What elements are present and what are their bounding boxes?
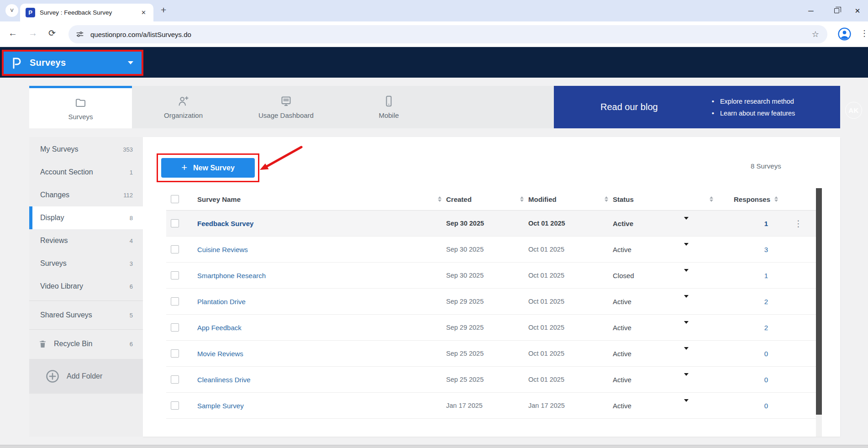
table-row[interactable]: Plantation Drive Sep 29 2025 Oct 01 2025… xyxy=(166,289,816,315)
table-row[interactable]: Feedback Survey Sep 30 2025 Oct 01 2025 … xyxy=(166,211,816,237)
sort-icon[interactable] xyxy=(438,196,442,202)
responses-count-link[interactable]: 0 xyxy=(764,350,768,358)
row-checkbox[interactable] xyxy=(171,349,179,358)
survey-name-link[interactable]: Cleanliness Drive xyxy=(197,376,251,384)
row-checkbox[interactable] xyxy=(171,375,179,384)
status-dropdown-caret-icon[interactable] xyxy=(684,324,689,332)
add-folder-button[interactable]: Add Folder xyxy=(29,359,143,394)
survey-name-link[interactable]: Sample Survey xyxy=(197,402,244,410)
created-date: Sep 30 2025 xyxy=(446,272,484,279)
status-dropdown-caret-icon[interactable] xyxy=(684,246,689,253)
bookmark-star-icon[interactable]: ☆ xyxy=(812,29,819,39)
modified-date: Oct 01 2025 xyxy=(528,376,564,383)
window-restore-button[interactable] xyxy=(826,0,847,21)
avatar[interactable]: AK xyxy=(845,102,862,119)
window-minimize-button[interactable]: ─ xyxy=(800,0,821,21)
table-row[interactable]: Cleanliness Drive Sep 25 2025 Oct 01 202… xyxy=(166,367,816,393)
row-checkbox[interactable] xyxy=(171,297,179,306)
responses-count-link[interactable]: 3 xyxy=(764,246,768,253)
sort-icon[interactable] xyxy=(774,196,778,202)
responses-count-link[interactable]: 1 xyxy=(764,272,768,279)
sidebar-item-surveys[interactable]: Surveys 3 xyxy=(29,252,143,275)
chevron-down-icon xyxy=(128,61,133,64)
organization-icon xyxy=(177,95,189,107)
sidebar-item-recycle-bin[interactable]: Recycle Bin 6 xyxy=(29,332,143,355)
sidebar-item-video-library[interactable]: Video Library 6 xyxy=(29,275,143,298)
tab-organization[interactable]: Organization xyxy=(132,86,235,128)
row-kebab-icon[interactable]: ⋮ xyxy=(794,219,803,228)
tab-close-icon[interactable]: ✕ xyxy=(139,8,148,17)
status-dropdown-caret-icon[interactable] xyxy=(684,272,689,279)
table-scrollbar[interactable] xyxy=(816,188,822,437)
reload-icon[interactable]: ⟳ xyxy=(48,28,56,38)
browser-tab[interactable]: P Survey : Feedback Survey ✕ xyxy=(20,4,153,21)
status-dropdown-caret-icon[interactable] xyxy=(684,376,689,384)
new-tab-button[interactable]: + xyxy=(161,5,166,16)
column-header-status[interactable]: Status xyxy=(613,195,634,203)
window-close-button[interactable]: ✕ xyxy=(847,0,868,21)
row-checkbox[interactable] xyxy=(171,245,179,253)
sort-icon[interactable] xyxy=(710,196,713,202)
table-row[interactable]: App Feedback Sep 29 2025 Oct 01 2025 Act… xyxy=(166,315,816,341)
column-header-responses[interactable]: Responses xyxy=(734,195,770,203)
blog-banner[interactable]: Read our blog Explore research method Le… xyxy=(554,86,840,128)
survey-name-link[interactable]: Cuisine Reviews xyxy=(197,246,248,253)
sidebar-item-shared-surveys[interactable]: Shared Surveys 5 xyxy=(29,304,143,327)
row-checkbox[interactable] xyxy=(171,323,179,332)
browser-profile-icon[interactable] xyxy=(837,27,852,41)
status-dropdown-caret-icon[interactable] xyxy=(684,350,689,358)
row-checkbox[interactable] xyxy=(171,401,179,410)
tab-usage-dashboard[interactable]: Usage Dashboard xyxy=(235,86,337,128)
back-icon[interactable]: ← xyxy=(8,28,17,38)
row-checkbox[interactable] xyxy=(171,219,179,227)
sidebar-item-changes[interactable]: Changes 112 xyxy=(29,184,143,206)
column-header-created[interactable]: Created xyxy=(446,195,472,203)
sidebar-item-display[interactable]: Display 8 xyxy=(29,206,143,229)
table-row[interactable]: Smartphone Research Sep 30 2025 Oct 01 2… xyxy=(166,263,816,289)
survey-name-link[interactable]: App Feedback xyxy=(197,324,242,332)
blog-title: Read our blog xyxy=(600,102,658,112)
folders-sidebar: My Surveys 353 Account Section 1 Changes… xyxy=(29,137,143,437)
table-row[interactable]: Movie Reviews Sep 25 2025 Oct 01 2025 Ac… xyxy=(166,341,816,367)
survey-name-link[interactable]: Plantation Drive xyxy=(197,298,246,306)
responses-count-link[interactable]: 0 xyxy=(764,402,768,410)
row-checkbox[interactable] xyxy=(171,271,179,279)
table-row[interactable]: Sample Survey Jan 17 2025 Jan 17 2025 Ac… xyxy=(166,393,816,419)
responses-count-link[interactable]: 0 xyxy=(764,376,768,384)
survey-name-link[interactable]: Feedback Survey xyxy=(197,220,253,227)
url-text[interactable]: questionpro.com/a/listSurveys.do xyxy=(90,31,812,38)
column-header-modified[interactable]: Modified xyxy=(528,195,557,203)
tab-search-chevron-icon[interactable]: ˅ xyxy=(5,4,18,17)
status-dropdown-caret-icon[interactable] xyxy=(684,402,689,410)
address-bar[interactable]: questionpro.com/a/listSurveys.do ☆ xyxy=(68,25,827,43)
new-survey-button[interactable]: + New Survey xyxy=(161,158,255,178)
sidebar-item-my-surveys[interactable]: My Surveys 353 xyxy=(29,138,143,161)
modified-date: Oct 01 2025 xyxy=(528,246,564,253)
sidebar-item-count: 112 xyxy=(123,192,133,199)
sidebar-item-reviews[interactable]: Reviews 4 xyxy=(29,229,143,252)
browser-menu-kebab-icon[interactable]: ⋮ xyxy=(860,28,868,38)
table-row[interactable]: Cuisine Reviews Sep 30 2025 Oct 01 2025 … xyxy=(166,237,816,263)
surveys-product-menu[interactable]: Surveys xyxy=(4,52,142,74)
tab-surveys[interactable]: Surveys xyxy=(29,86,132,128)
status-dropdown-caret-icon[interactable] xyxy=(684,220,689,227)
select-all-checkbox[interactable] xyxy=(171,195,179,203)
status-badge: Active xyxy=(613,220,633,227)
sidebar-item-count: 6 xyxy=(130,341,133,348)
responses-count-link[interactable]: 1 xyxy=(764,220,768,227)
sort-icon[interactable] xyxy=(605,196,608,202)
status-dropdown-caret-icon[interactable] xyxy=(684,298,689,306)
sort-icon[interactable] xyxy=(520,196,524,202)
scrollbar-thumb[interactable] xyxy=(816,188,822,415)
sidebar-divider xyxy=(29,329,143,330)
responses-count-link[interactable]: 2 xyxy=(764,324,768,332)
survey-name-link[interactable]: Smartphone Research xyxy=(197,272,266,279)
created-date: Sep 25 2025 xyxy=(446,376,484,383)
site-info-icon[interactable] xyxy=(76,30,84,38)
sidebar-item-account-section[interactable]: Account Section 1 xyxy=(29,161,143,184)
status-badge: Active xyxy=(613,350,631,358)
responses-count-link[interactable]: 2 xyxy=(764,298,768,306)
tab-mobile[interactable]: Mobile xyxy=(337,86,440,128)
column-header-survey-name[interactable]: Survey Name xyxy=(197,195,241,203)
survey-name-link[interactable]: Movie Reviews xyxy=(197,350,243,358)
